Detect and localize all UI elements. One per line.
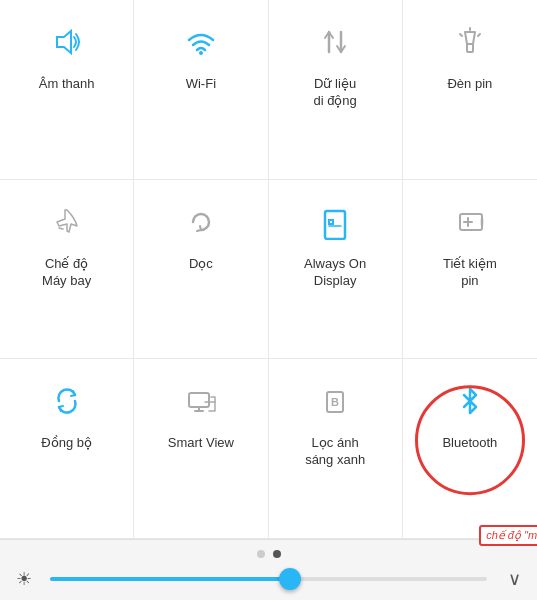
tile-label-bluetooth: Bluetooth <box>442 435 497 452</box>
brightness-slider[interactable] <box>50 569 487 589</box>
slider-thumb[interactable] <box>279 568 301 590</box>
tile-dong-bo[interactable]: Đồng bộ <box>0 359 134 539</box>
sync-icon <box>43 377 91 425</box>
tile-label-du-lieu-di-dong: Dữ liệudi động <box>313 76 356 110</box>
tile-wifi[interactable]: Wi-Fi <box>134 0 268 180</box>
sound-icon <box>43 18 91 66</box>
tile-bluetooth[interactable]: Bluetooth chế độ "mở" <box>403 359 537 539</box>
tile-label-loc-anh-sang-xanh: Lọc ánhsáng xanh <box>305 435 365 469</box>
quick-settings-panel: Âm thanh Wi-Fi <box>0 0 537 600</box>
brightness-icon: ☀ <box>16 568 40 590</box>
tile-du-lieu-di-dong[interactable]: Dữ liệudi động <box>269 0 403 180</box>
tile-doc[interactable]: Dọc <box>134 180 268 360</box>
tile-tiet-kiem-pin[interactable]: Tiết kiệmpin <box>403 180 537 360</box>
svg-text:B: B <box>331 396 339 408</box>
tile-den-pin[interactable]: Đèn pin <box>403 0 537 180</box>
tile-label-tiet-kiem-pin: Tiết kiệmpin <box>443 256 497 290</box>
tile-label-am-thanh: Âm thanh <box>39 76 95 93</box>
rotate-icon <box>177 198 225 246</box>
tile-label-doc: Dọc <box>189 256 213 273</box>
svg-marker-4 <box>465 32 475 44</box>
svg-line-8 <box>478 34 480 36</box>
page-dots <box>257 550 281 558</box>
slider-fill <box>50 577 290 581</box>
svg-line-7 <box>460 34 462 36</box>
bottom-bar: ☀ ∨ <box>0 539 537 600</box>
tile-label-smart-view: Smart View <box>168 435 234 452</box>
svg-point-1 <box>199 51 203 55</box>
page-dot-1[interactable] <box>257 550 265 558</box>
chevron-down-icon[interactable]: ∨ <box>497 568 521 590</box>
tiles-grid: Âm thanh Wi-Fi <box>0 0 537 539</box>
data-icon <box>311 18 359 66</box>
page-dot-2[interactable] <box>273 550 281 558</box>
brightness-row: ☀ ∨ <box>16 568 521 600</box>
svg-rect-15 <box>189 393 209 407</box>
tile-che-do-may-bay[interactable]: Chế độMáy bay <box>0 180 134 360</box>
bluetooth-icon <box>446 377 494 425</box>
tile-always-on-display[interactable]: Always OnDisplay <box>269 180 403 360</box>
tile-am-thanh[interactable]: Âm thanh <box>0 0 134 180</box>
aod-icon <box>311 198 359 246</box>
tile-label-always-on-display: Always OnDisplay <box>304 256 366 290</box>
bluetooth-mode-badge: chế độ "mở" <box>479 525 537 546</box>
svg-marker-0 <box>57 31 71 53</box>
airplane-icon <box>43 198 91 246</box>
tile-loc-anh-sang-xanh[interactable]: B Lọc ánhsáng xanh <box>269 359 403 539</box>
tile-label-wifi: Wi-Fi <box>186 76 216 93</box>
tile-smart-view[interactable]: Smart View <box>134 359 268 539</box>
tile-label-den-pin: Đèn pin <box>447 76 492 93</box>
tile-label-che-do-may-bay: Chế độMáy bay <box>42 256 91 290</box>
svg-rect-5 <box>467 44 473 52</box>
battery-save-icon <box>446 198 494 246</box>
slider-track <box>50 577 487 581</box>
smartview-icon <box>177 377 225 425</box>
tile-label-dong-bo: Đồng bộ <box>41 435 92 452</box>
wifi-icon <box>177 18 225 66</box>
flashlight-icon <box>446 18 494 66</box>
bluelight-icon: B <box>311 377 359 425</box>
